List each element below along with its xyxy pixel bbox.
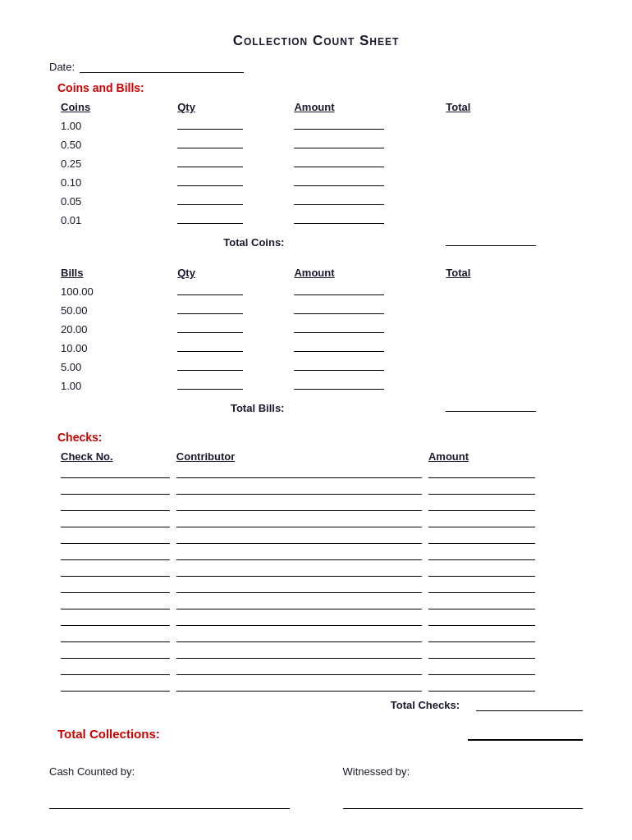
bill-qty-field	[177, 282, 243, 295]
check-no-field	[61, 664, 170, 675]
contributor-field	[176, 664, 422, 675]
total-collections-value	[468, 726, 583, 741]
check-row	[57, 612, 583, 628]
witnessed-signature-line	[343, 797, 584, 809]
contributor-field	[176, 680, 422, 692]
check-amount-field	[428, 516, 535, 527]
bill-value: 20.00	[57, 318, 174, 337]
check-no-field	[61, 582, 170, 593]
coin-value: 0.05	[57, 190, 174, 209]
coin-amount-field	[294, 135, 384, 148]
page-title: Collection Count Sheet	[49, 33, 583, 49]
coin-value: 0.10	[57, 171, 174, 190]
check-no-field	[61, 500, 170, 511]
total-bills-row: Total Bills:	[57, 394, 583, 416]
contributor-field	[176, 467, 422, 478]
bill-row: 20.00	[57, 318, 583, 337]
contributor-field	[176, 631, 422, 642]
check-amount-field	[428, 647, 535, 659]
check-no-field	[61, 614, 170, 626]
check-row	[57, 481, 583, 497]
bill-qty-field	[177, 358, 243, 371]
total-coins-row: Total Coins:	[57, 228, 583, 250]
check-amount-field	[428, 500, 535, 511]
contributor-field	[176, 582, 422, 593]
contributor-field	[176, 500, 422, 511]
check-row	[57, 530, 583, 546]
contributor-field	[176, 532, 422, 544]
coin-amount-field	[294, 192, 384, 205]
check-row	[57, 678, 583, 694]
bill-amount-field	[294, 301, 384, 314]
coins-amount-header: Amount	[291, 99, 442, 115]
check-amount-field	[428, 664, 535, 675]
coin-value: 1.00	[57, 115, 174, 134]
coin-amount-field	[294, 173, 384, 186]
check-amount-field	[428, 631, 535, 642]
coin-row: 1.00	[57, 115, 583, 134]
check-row	[57, 596, 583, 612]
cash-counted-signature-line	[49, 797, 290, 809]
check-row	[57, 628, 583, 645]
check-no-field	[61, 516, 170, 527]
check-no-field	[61, 631, 170, 642]
bill-value: 10.00	[57, 337, 174, 356]
total-checks-label: Total Checks:	[391, 699, 460, 711]
contributor-field	[176, 483, 422, 495]
bills-qty-header: Qty	[174, 265, 291, 281]
check-no-field	[61, 467, 170, 478]
contributor-header: Contributor	[173, 449, 425, 464]
coin-row: 0.50	[57, 134, 583, 153]
coin-qty-field	[177, 173, 243, 186]
bills-col-header: Bills	[57, 265, 174, 281]
contributor-field	[176, 614, 422, 626]
coin-value: 0.50	[57, 134, 174, 153]
coin-amount-field	[294, 116, 384, 130]
bill-amount-field	[294, 358, 384, 371]
check-row	[57, 497, 583, 514]
date-label: Date:	[49, 61, 75, 73]
check-amount-field	[428, 483, 535, 495]
bill-amount-field	[294, 339, 384, 352]
bill-row: 50.00	[57, 299, 583, 318]
check-no-field	[61, 532, 170, 544]
bills-total-header: Total	[442, 265, 583, 281]
contributor-field	[176, 647, 422, 659]
bill-amount-field	[294, 377, 384, 390]
checks-section-title: Checks:	[57, 431, 583, 444]
check-row	[57, 514, 583, 530]
total-coins-label: Total Coins:	[223, 236, 284, 249]
bill-row: 1.00	[57, 375, 583, 394]
check-no-field	[61, 680, 170, 692]
bill-row: 10.00	[57, 337, 583, 356]
total-bills-label: Total Bills:	[231, 402, 284, 414]
check-amount-field	[428, 598, 535, 609]
check-amount-field	[428, 680, 535, 692]
contributor-field	[176, 565, 422, 577]
check-row	[57, 546, 583, 563]
bill-qty-field	[177, 377, 243, 390]
signatures-section: Cash Counted by: Witnessed by:	[49, 765, 583, 809]
bill-value: 1.00	[57, 375, 174, 394]
check-no-field	[61, 483, 170, 495]
date-line	[80, 62, 244, 73]
bill-amount-field	[294, 320, 384, 333]
coin-value: 0.01	[57, 209, 174, 228]
coin-value: 0.25	[57, 153, 174, 171]
check-row	[57, 661, 583, 678]
total-checks-row: Total Checks:	[66, 699, 583, 711]
coin-row: 0.05	[57, 190, 583, 209]
check-amount-field	[428, 532, 535, 544]
bill-qty-field	[177, 339, 243, 352]
check-no-field	[61, 565, 170, 577]
check-amount-field	[428, 614, 535, 626]
check-amount-field	[428, 565, 535, 577]
checks-table: Check No. Contributor Amount	[57, 449, 583, 694]
coins-total-header: Total	[442, 99, 583, 115]
cash-counted-block: Cash Counted by:	[49, 765, 290, 809]
check-no-field	[61, 598, 170, 609]
coin-row: 0.10	[57, 171, 583, 190]
check-row	[57, 563, 583, 579]
coins-table: Coins Qty Amount Total 1.00 0.50 0.25 0.…	[57, 99, 583, 250]
bill-row: 100.00	[57, 281, 583, 299]
